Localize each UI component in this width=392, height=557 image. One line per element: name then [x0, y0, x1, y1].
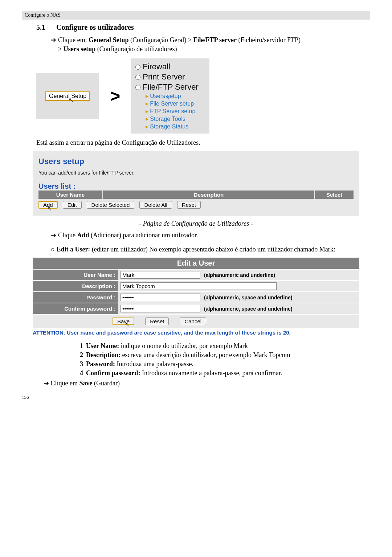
col-select: Select	[315, 191, 354, 199]
figure-caption-1: - Página de Configuração de Utilizadores…	[22, 220, 370, 228]
intro-line-1: ➔ Clique em: General Setup (Configuração…	[51, 36, 370, 44]
save-button[interactable]: Save ↖	[113, 318, 134, 325]
nav-left-panel: General Setup ↖	[36, 73, 99, 119]
users-setup-subtitle: You can add/edit users for File/FTP serv…	[38, 170, 354, 176]
numbered-list: 1User Name: indique o nome do utilizador…	[80, 342, 370, 377]
section-heading: 5.1 Configure os utilizadores	[36, 23, 370, 32]
page-header: Configure o NAS	[22, 11, 370, 20]
nav-sub-storage-tools[interactable]: ▸Storage Tools	[146, 115, 199, 122]
nav-sub-ftp-server-setup[interactable]: ▸FTP Server setup	[146, 108, 199, 115]
general-setup-button[interactable]: General Setup ↖	[45, 91, 90, 101]
users-list-title: Users list :	[38, 182, 354, 191]
users-setup-panel: Users setup You can add/edit users for F…	[33, 151, 359, 216]
nav-sub-storage-status[interactable]: ▸Storage Status	[146, 123, 199, 130]
delete-selected-button[interactable]: Delete Selected	[87, 201, 135, 209]
nav-item-file-ftp-server[interactable]: File/FTP Server	[135, 82, 199, 92]
nav-item-print-server[interactable]: Print Server	[135, 72, 199, 82]
username-label: User Name :	[33, 269, 118, 280]
password-input[interactable]	[121, 294, 200, 301]
page-number: 156	[22, 394, 370, 400]
edit-button[interactable]: Edit	[63, 201, 82, 209]
attention-text: ATTENTION: User name and password are ca…	[33, 329, 359, 336]
intro-line-2: > Users setup (Configuração de utilizado…	[58, 45, 370, 53]
reset-button[interactable]: Reset	[177, 201, 201, 209]
nav-right-panel: Firewall Print Server File/FTP Server ▸U…	[131, 58, 209, 134]
reset-button-2[interactable]: Reset	[145, 318, 169, 325]
nav-sub-users-setup[interactable]: ▸Users setup↖	[146, 93, 199, 99]
general-setup-label: General Setup	[49, 93, 86, 99]
section-number: 5.1	[36, 23, 54, 32]
edit-user-header: Edit a User	[33, 258, 359, 269]
list-item: 1User Name: indique o nome do utilizador…	[80, 342, 370, 350]
password-hint: (alphanumeric, space and underline)	[204, 295, 293, 300]
list-item: 4Confirm password: Introduza novamente a…	[80, 369, 370, 377]
click-save-text: ➔ Clique em Save (Guardar)	[44, 379, 370, 387]
description-input[interactable]	[121, 282, 277, 290]
col-description: Description	[103, 191, 315, 199]
cancel-button[interactable]: Cancel	[180, 318, 206, 325]
nav-sub-file-server-setup[interactable]: ▸File Server setup	[146, 100, 199, 107]
password-label: Password :	[33, 291, 118, 303]
description-label: Description :	[33, 280, 118, 291]
username-input[interactable]	[121, 271, 200, 279]
breadcrumb-arrow: >	[110, 86, 120, 106]
list-item: 2Description: escreva uma descrição do u…	[80, 351, 370, 359]
users-setup-title: Users setup	[38, 157, 354, 166]
col-user-name: User Name	[38, 191, 103, 199]
confirm-password-label: Confirm password :	[33, 303, 118, 314]
list-item: 3Password: Introduza uma palavra-passe.	[80, 360, 370, 368]
section-title: Configure os utilizadores	[56, 23, 134, 31]
nav-item-firewall[interactable]: Firewall	[135, 62, 199, 71]
entering-text: Está assim a entrar na página de Configu…	[36, 139, 370, 147]
edit-user-intro: ○ Edit a User: (editar um utilizador) No…	[51, 246, 370, 253]
add-button[interactable]: Add ↖	[38, 201, 58, 209]
edit-user-panel: Edit a User User Name : (alphanumeric an…	[33, 258, 359, 328]
nav-screenshot: General Setup ↖ > Firewall Print Server …	[36, 58, 370, 134]
confirm-password-input[interactable]	[121, 305, 200, 312]
users-table-header: User Name Description Select	[38, 191, 354, 199]
click-add-text: ➔ Clique Add (Adicionar) para adicionar …	[51, 231, 370, 239]
username-hint: (alphanumeric and underline)	[204, 272, 275, 278]
confirm-password-hint: (alphanumeric, space and underline)	[204, 306, 293, 312]
delete-all-button[interactable]: Delete All	[139, 201, 172, 209]
